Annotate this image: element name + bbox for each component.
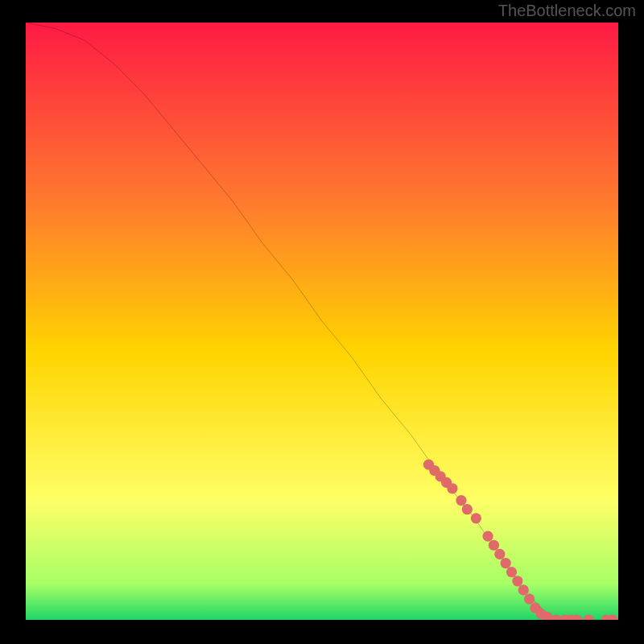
curve-marker: [456, 495, 466, 506]
watermark-label: TheBottleneck.com: [498, 2, 636, 20]
curve-marker: [501, 558, 511, 568]
curve-marker: [512, 576, 522, 586]
curve-marker: [462, 504, 473, 514]
plot-area: [26, 23, 618, 620]
chart-container: TheBottleneck.com: [0, 0, 644, 644]
curve-marker: [482, 530, 493, 541]
curve-marker: [506, 567, 517, 577]
curve-marker: [489, 540, 499, 551]
curve-marker: [494, 549, 505, 559]
curve-marker: [524, 593, 535, 604]
curve-marker: [471, 513, 481, 523]
curve-marker: [447, 483, 457, 493]
plot-svg: [26, 23, 618, 620]
curve-marker: [518, 584, 529, 595]
